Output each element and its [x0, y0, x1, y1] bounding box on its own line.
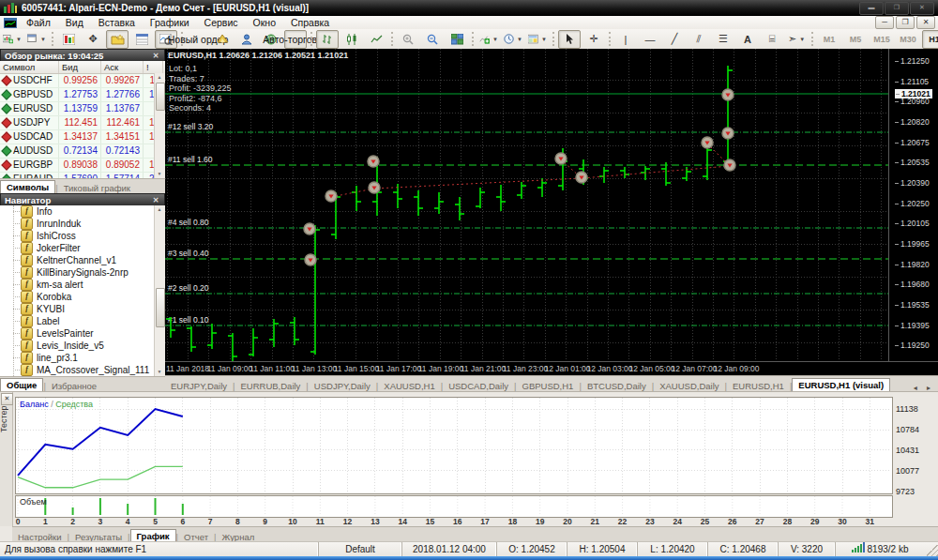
tester-balance-chart[interactable]: Баланс / Средства: [15, 397, 893, 494]
trade-marker[interactable]: [369, 182, 380, 193]
navigator-item-Label[interactable]: fLabel: [0, 315, 165, 327]
navigator-item-line_pr3-1[interactable]: fline_pr3.1: [0, 352, 165, 364]
chart-plot-area[interactable]: #12 sell 3.20#11 sell 1.60#4 sell 0.80#3…: [165, 49, 888, 361]
toolbar-grip[interactable]: [472, 32, 474, 46]
candlestick-type-button[interactable]: [340, 30, 363, 49]
expert-advisors-button[interactable]: [235, 30, 258, 49]
arrows-tool-button[interactable]: ➣▼: [785, 30, 808, 49]
toolbar-grip[interactable]: [391, 32, 393, 46]
fibonacci-tool-button[interactable]: ☰: [712, 30, 734, 49]
scrollbar-thumb[interactable]: [156, 288, 165, 327]
line-chart-type-button[interactable]: [365, 30, 387, 49]
templates-button[interactable]: ▼: [526, 30, 549, 49]
trade-marker[interactable]: [555, 153, 567, 164]
timeframe-button-M1[interactable]: M1: [817, 30, 841, 49]
timeframe-button-M30[interactable]: M30: [896, 30, 920, 49]
tester-volume-chart[interactable]: Объем: [15, 495, 893, 518]
auto-trading-button[interactable]: Авто-торговля: [284, 30, 307, 49]
tester-close-button[interactable]: ✕: [1, 393, 13, 405]
horizontal-line-tool-button[interactable]: —: [639, 30, 661, 49]
menu-item-Окно[interactable]: Окно: [246, 16, 283, 29]
market-watch-column-header[interactable]: Аск: [101, 61, 144, 73]
timeframe-button-M15[interactable]: M15: [870, 30, 894, 49]
periods-dropdown-caret[interactable]: ▼: [517, 37, 522, 42]
market-watch-row-USDJPY[interactable]: USDJPY112.451112.46110: [0, 116, 165, 130]
market-watch-column-header[interactable]: Символ: [0, 61, 59, 73]
label-tool-button[interactable]: ⌸: [761, 30, 783, 49]
toolbar-grip[interactable]: [552, 32, 554, 46]
trade-marker[interactable]: [722, 89, 734, 100]
profiles-button[interactable]: ▼: [25, 30, 48, 49]
trade-marker[interactable]: [576, 172, 587, 183]
navigator-item-km-sa-alert[interactable]: fkm-sa alert: [0, 279, 165, 291]
trendline-tool-button[interactable]: ╱: [663, 30, 686, 49]
crosshair-tool-button[interactable]: ✛: [582, 30, 605, 49]
volume-chart-canvas[interactable]: [16, 496, 890, 515]
status-profile[interactable]: Default: [318, 542, 401, 557]
menu-item-Графики[interactable]: Графики: [143, 16, 197, 29]
new-chart-button[interactable]: ▼: [1, 30, 23, 49]
market-watch-row-EURUSD[interactable]: EURUSD1.137591.137678: [0, 102, 165, 116]
market-watch-scrollbar[interactable]: ▲ ▼: [154, 73, 165, 178]
price-chart-canvas[interactable]: #12 sell 3.20#11 sell 1.60#4 sell 0.80#3…: [165, 49, 888, 361]
market-watch-tab--[interactable]: Символы: [0, 180, 55, 194]
toolbar-grip[interactable]: [310, 32, 312, 46]
cursor-tool-button[interactable]: [558, 30, 581, 49]
window-minimize-button[interactable]: ▬: [859, 2, 884, 15]
market-watch-column-header[interactable]: Бид: [59, 61, 101, 73]
scroll-down-arrow[interactable]: ▼: [155, 170, 164, 178]
scroll-down-arrow[interactable]: ▼: [155, 368, 164, 376]
arrows-dropdown-caret[interactable]: ▼: [799, 37, 805, 42]
market-watch-row-EURGBP[interactable]: EURGBP0.890380.8905214: [0, 159, 165, 173]
text-tool-button[interactable]: A: [736, 30, 759, 49]
templates-dropdown-caret[interactable]: ▼: [541, 37, 547, 42]
navigator-toggle-button[interactable]: [106, 30, 129, 49]
chart-tab-EURUSD-H1-visual-[interactable]: EURUSD,H1 (visual): [792, 378, 890, 392]
window-close-button[interactable]: ✕: [910, 2, 934, 15]
chart-restore-button[interactable]: ❐: [896, 16, 915, 29]
navigator-item-KeltnerChannel_v1[interactable]: fKeltnerChannel_v1: [0, 254, 165, 266]
scroll-up-arrow[interactable]: ▲: [155, 73, 164, 82]
bar-chart-type-button[interactable]: [316, 30, 339, 49]
market-watch-column-header[interactable]: !: [144, 61, 163, 73]
navigator-scrollbar[interactable]: ▲ ▼: [154, 205, 165, 376]
menu-item-Файл[interactable]: Файл: [19, 16, 58, 29]
menu-item-Вставка[interactable]: Вставка: [91, 16, 143, 29]
navigator-item-Levis_Inside_v5[interactable]: fLevis_Inside_v5: [0, 340, 165, 352]
navigator-item-JokerFilter[interactable]: fJokerFilter: [0, 242, 165, 254]
navigator-item-KillBinarySignals-2nrp[interactable]: fKillBinarySignals-2nrp: [0, 266, 165, 279]
trade-marker[interactable]: [368, 156, 379, 167]
vertical-line-tool-button[interactable]: |: [614, 30, 637, 49]
scroll-up-arrow[interactable]: ▲: [155, 205, 164, 214]
menu-item-Справка[interactable]: Справка: [283, 16, 337, 29]
market-watch-row-GBPUSD[interactable]: GBPUSD1.277531.2776613: [0, 88, 165, 102]
market-watch-toggle-button[interactable]: [57, 30, 80, 49]
navigator-item-LevelsPainter[interactable]: fLevelsPainter: [0, 327, 165, 340]
navigator-item-IshiCross[interactable]: fIshiCross: [0, 230, 165, 242]
metaeditor-button[interactable]: [211, 30, 234, 49]
navigator-item-KYUBI[interactable]: fKYUBI: [0, 303, 165, 315]
time-axis[interactable]: 11 Jan 201811 Jan 09:0011 Jan 11:0011 Ja…: [165, 361, 938, 376]
resize-grip[interactable]: [926, 544, 938, 556]
navigator-item-Korobka[interactable]: fKorobka: [0, 291, 165, 303]
market-watch-row-USDCHF[interactable]: USDCHF0.992560.9926711: [0, 74, 165, 88]
trade-marker[interactable]: [702, 137, 713, 148]
zoom-out-button[interactable]: [421, 30, 444, 49]
window-maximize-button[interactable]: ❐: [885, 2, 909, 15]
navigator-tab--[interactable]: Общие: [0, 378, 43, 392]
zoom-in-button[interactable]: [397, 30, 419, 49]
channel-tool-button[interactable]: ⫽: [688, 30, 710, 49]
chart-close-button[interactable]: ✕: [916, 16, 935, 29]
menu-item-Вид[interactable]: Вид: [58, 16, 91, 29]
toolbar-grip[interactable]: [52, 32, 53, 46]
indicators-dropdown-caret[interactable]: ▼: [492, 37, 498, 42]
navigator-item-Info[interactable]: fInfo: [0, 205, 165, 218]
navigator-close-icon[interactable]: ✕: [151, 196, 160, 204]
periods-button[interactable]: ▼: [502, 30, 524, 49]
trade-marker[interactable]: [305, 254, 316, 265]
market-watch-row-USDCAD[interactable]: USDCAD1.341371.3415114: [0, 130, 165, 144]
chart-window-icon[interactable]: [4, 18, 17, 28]
timeframe-button-H1[interactable]: H1: [922, 30, 938, 49]
balance-chart-canvas[interactable]: [16, 398, 890, 492]
trade-marker[interactable]: [304, 223, 315, 235]
